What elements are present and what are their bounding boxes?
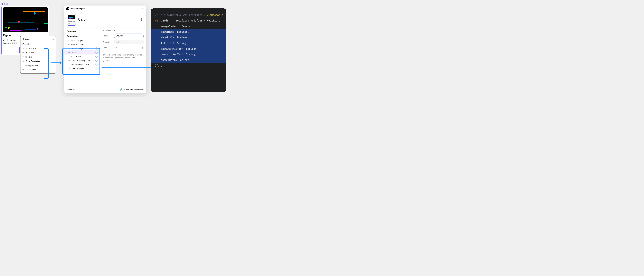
detail-title: Show Title (106, 29, 115, 32)
property-label: Show Button (26, 69, 36, 71)
parameter-row[interactable]: Description Text (64, 63, 100, 67)
property-row[interactable]: Show Title (20, 50, 56, 55)
more-icon[interactable]: ⋮ (140, 18, 144, 21)
component-label: Card (2, 3, 8, 5)
diamond-icon (1, 3, 4, 5)
add-property-icon[interactable] (52, 43, 54, 45)
text-icon (68, 55, 70, 58)
parameter-row[interactable]: Title text (64, 54, 100, 59)
section-title: Properties (22, 43, 32, 45)
eye-icon (68, 68, 70, 70)
property-row[interactable]: Show Button (20, 68, 56, 72)
annotation-arrow (102, 67, 158, 68)
diamond-icon (22, 38, 24, 40)
generated-code: // This composable was generated.. @Comp… (151, 9, 226, 92)
relay-title: Card (78, 18, 137, 22)
text-icon (22, 56, 24, 58)
eye-icon (22, 47, 24, 49)
share-button[interactable]: Share with developer (120, 88, 144, 91)
parameter-row[interactable]: Show Button (64, 67, 100, 71)
panel-title: Card (25, 38, 30, 40)
property-label: Description Text (25, 64, 38, 67)
eye-icon (22, 51, 24, 54)
property-value: visible (114, 40, 144, 44)
property-label: Show Description (26, 60, 40, 62)
share-icon (120, 88, 122, 91)
property-row[interactable]: Show Image (20, 46, 56, 50)
parameter-row[interactable]: Show Image (64, 46, 100, 50)
property-row[interactable]: Show Description (20, 59, 56, 63)
thumbnail: Figma A collaborative design tool for te… (67, 14, 76, 25)
close-icon[interactable]: ✕ (141, 7, 144, 10)
errors-status: No errors (67, 88, 76, 91)
property-label: Show Title (26, 51, 34, 54)
eye-icon (68, 51, 70, 54)
target-icon[interactable] (141, 46, 144, 49)
parameter-label: Show Image (72, 47, 83, 50)
parameter-label: Description Text (71, 64, 89, 66)
eye-icon (22, 60, 24, 62)
layer-value: Title (114, 46, 140, 49)
annotation-arrow (51, 62, 61, 63)
sliders-icon[interactable] (52, 38, 54, 40)
property-row[interactable]: Title text (20, 55, 56, 59)
component-name: Card (4, 3, 8, 5)
parameter-label: Show Title (72, 51, 83, 54)
eye-icon (22, 69, 24, 71)
annotation-bracket (44, 48, 49, 79)
eye-icon (103, 29, 104, 32)
plugin-name: Relay for Figma (70, 8, 85, 10)
parameter-label: Title text (71, 56, 82, 58)
tap-icon (68, 39, 70, 42)
parameter-label: image-content (71, 43, 86, 46)
property-row[interactable]: Description Text (20, 63, 56, 68)
link-icon (96, 47, 98, 50)
img-icon (68, 43, 70, 46)
property-label: Title text (25, 56, 32, 58)
name-label: Name (103, 35, 112, 37)
link-icon (96, 59, 98, 62)
eye-icon (68, 47, 70, 50)
relay-panel: </> Relay for Figma ✕ Figma A collaborat… (64, 6, 146, 93)
property-label: Show Image (26, 47, 36, 49)
link-icon (96, 55, 98, 58)
parameter-row[interactable]: Show Title (64, 50, 100, 54)
card-hero-image (3, 8, 48, 32)
link-icon (96, 63, 98, 66)
parameter-label: card-tapped (71, 39, 84, 42)
add-parameter-icon[interactable] (96, 35, 98, 37)
parameter-row[interactable]: card-tapped (64, 39, 100, 42)
property-label: Property (103, 41, 112, 43)
parameter-label: Show Description (72, 60, 90, 62)
layer-label: Layer (103, 46, 112, 48)
name-input[interactable]: Show Title (114, 34, 144, 38)
info-text: This is a Figma component property. It w… (103, 51, 144, 62)
parameter-label: Show Button (72, 68, 84, 70)
plugin-icon: </> (66, 8, 69, 10)
link-icon (96, 51, 98, 54)
link-icon (96, 68, 98, 70)
properties-panel: Card Properties Show ImageShow TitleTitl… (20, 36, 56, 74)
eye-icon (68, 60, 70, 62)
summary-section[interactable]: Summary (64, 29, 100, 34)
parameters-section: Parameters (64, 34, 100, 39)
parameter-row[interactable]: Show Description (64, 59, 100, 63)
text-icon (22, 64, 24, 67)
parameter-row[interactable]: image-content (64, 42, 100, 46)
text-icon (68, 63, 70, 66)
